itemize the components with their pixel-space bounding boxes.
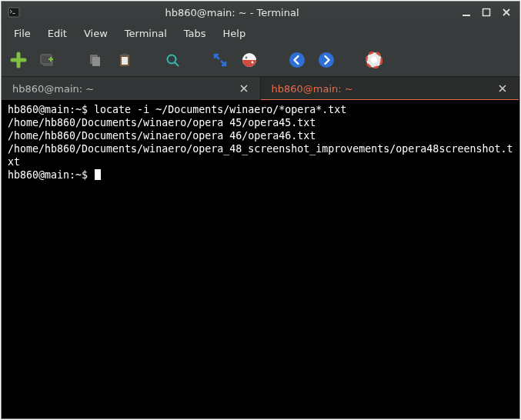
preferences-icon[interactable] — [240, 51, 259, 69]
menubar: File Edit View Terminal Tabs Help — [2, 23, 519, 43]
terminal-line: /home/hb860/Documents/winaero/opera 46/o… — [8, 129, 515, 142]
new-tab-icon[interactable] — [9, 51, 28, 69]
menu-file[interactable]: File — [6, 25, 38, 42]
back-icon[interactable] — [288, 51, 306, 69]
svg-rect-5 — [92, 57, 100, 66]
svg-rect-8 — [122, 57, 128, 65]
svg-point-17 — [371, 57, 377, 63]
menu-help[interactable]: Help — [215, 25, 254, 42]
tab-label: hb860@main: ~ — [272, 83, 353, 95]
window-controls — [453, 7, 519, 18]
menu-view[interactable]: View — [76, 25, 115, 42]
svg-rect-0 — [8, 8, 19, 17]
close-icon[interactable] — [497, 85, 508, 92]
menu-edit[interactable]: Edit — [40, 25, 75, 42]
svg-rect-1 — [463, 15, 470, 16]
svg-point-14 — [319, 52, 334, 68]
svg-point-13 — [289, 52, 305, 68]
terminal-output[interactable]: hb860@main:~$ locate -i ~/Documents/wina… — [2, 100, 519, 418]
app-terminal-icon — [8, 6, 20, 18]
terminal-line: hb860@main:~$ locate -i ~/Documents/wina… — [8, 103, 515, 116]
terminal-line: hb860@main:~$ — [8, 168, 515, 182]
cursor — [95, 169, 101, 180]
terminal-window: hb860@main: ~ - Terminal File Edit View … — [1, 1, 520, 419]
paste-icon[interactable] — [115, 51, 134, 69]
toolbar — [2, 43, 519, 77]
menu-tabs[interactable]: Tabs — [176, 25, 214, 42]
new-window-icon[interactable] — [38, 51, 57, 69]
maximize-button[interactable] — [481, 7, 492, 18]
svg-point-12 — [252, 61, 254, 63]
fullscreen-icon[interactable] — [211, 51, 229, 69]
minimize-button[interactable] — [461, 7, 472, 18]
window-title: hb860@main: ~ - Terminal — [26, 7, 453, 18]
search-icon[interactable] — [163, 51, 182, 69]
menu-terminal[interactable]: Terminal — [117, 25, 175, 42]
tab-1[interactable]: hb860@main: ~ — [2, 77, 261, 100]
titlebar: hb860@main: ~ - Terminal — [2, 2, 519, 23]
terminal-line: /home/hb860/Documents/winaero/opera 45/o… — [8, 116, 515, 129]
svg-rect-7 — [122, 53, 127, 55]
tab-bar: hb860@main: ~ hb860@main: ~ — [2, 77, 519, 100]
close-button[interactable] — [501, 7, 512, 18]
copy-icon[interactable] — [86, 51, 105, 69]
terminal-line: /home/hb860/Documents/winaero/opera_48_s… — [8, 142, 515, 168]
svg-rect-2 — [483, 9, 490, 16]
help-icon[interactable] — [365, 51, 383, 69]
tab-label: hb860@main: ~ — [12, 83, 94, 95]
close-icon[interactable] — [239, 85, 249, 92]
forward-icon[interactable] — [317, 51, 336, 69]
svg-point-11 — [245, 56, 248, 58]
tab-2[interactable]: hb860@main: ~ — [261, 77, 520, 100]
